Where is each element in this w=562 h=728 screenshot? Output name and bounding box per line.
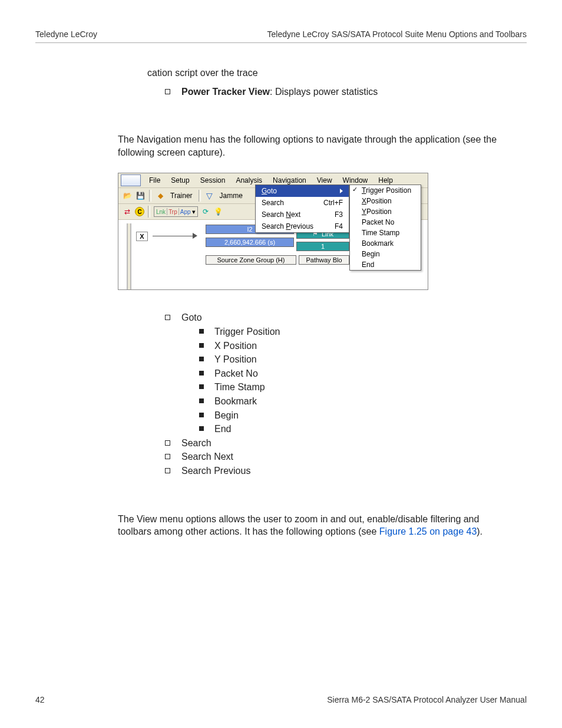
power-tracker-desc: : Displays power statistics [270,87,378,97]
li-search-next: Search Next [165,450,503,463]
view-paragraph: The View menu options allows the user to… [118,513,503,538]
c-circle-icon[interactable]: C [135,207,144,216]
li-trigger: Trigger Position [199,325,503,338]
goto-begin[interactable]: Begin [350,249,421,259]
navigation-paragraph: The Navigation menu has the following op… [118,133,503,159]
goto-packet[interactable]: Packet No [350,217,421,228]
cell-szg[interactable]: Source Zone Group (H) [206,255,296,265]
li-end: End [199,423,503,436]
li-goto: Goto Trigger Position X Position Y Posit… [165,311,503,435]
li-x: X Position [199,340,503,353]
li-bookmark: Bookmark [199,395,503,408]
app-screenshot: File Setup Session Analysis Navigation V… [118,173,428,290]
vertical-rule [127,223,131,289]
goto-timestamp[interactable]: Time Stamp [350,228,421,238]
nav-search[interactable]: Search Ctrl+F [256,197,349,209]
top-fragment-line: cation script over the trace [147,67,503,80]
goto-trigger[interactable]: Trigger Position [350,185,421,196]
bulb-icon[interactable]: 💡 [213,206,224,217]
goto-end[interactable]: End [350,259,421,270]
layer-dropdown-icon[interactable]: ▾ [192,208,196,216]
app-tab[interactable]: App [180,209,191,215]
v-icon[interactable]: ▽ [204,190,215,201]
x-cursor-icon[interactable]: X [136,232,148,241]
page-number: 42 [35,695,45,704]
li-search: Search [165,437,503,450]
refresh-icon[interactable]: ⟳ [200,206,211,217]
header-right: Teledyne LeCroy SAS/SATA Protocol Suite … [267,29,527,39]
connect-icon[interactable]: ⇄ [122,206,133,217]
navigation-dropdown: Goto Search Ctrl+F Search Next F3 Search… [255,185,349,233]
menu-session[interactable]: Session [196,175,230,186]
li-search-prev: Search Previous [165,465,503,477]
arrow-icon [153,232,197,240]
submenu-arrow-icon [340,189,343,193]
goto-bookmark[interactable]: Bookmark [350,238,421,249]
li-y: Y Position [199,353,503,366]
nav-bullet-list: Goto Trigger Position X Position Y Posit… [165,311,503,477]
nav-goto[interactable]: Goto [256,185,349,197]
goto-y[interactable]: Y Position [350,206,421,217]
save-icon[interactable]: 💾 [135,190,146,201]
li-timestamp: Time Stamp [199,381,503,394]
nav-search-prev[interactable]: Search Previous F4 [256,220,349,232]
power-tracker-label: Power Tracker View [181,87,270,97]
trainer-button[interactable]: Trainer [168,192,195,200]
menu-file[interactable]: File [144,175,165,186]
jammer-button[interactable]: Jamme [217,192,245,200]
page-header: Teledyne LeCroy Teledyne LeCroy SAS/SATA… [35,29,527,43]
nav-search-next[interactable]: Search Next F3 [256,209,349,220]
cell-time[interactable]: 2,660,942.666 (s) [206,238,294,247]
goto-x[interactable]: X Position [350,196,421,206]
goto-submenu: Trigger Position X Position Y Position P… [349,185,421,271]
header-left: Teledyne LeCroy [35,29,97,39]
power-tracker-bullet: Power Tracker View: Displays power stati… [165,85,503,98]
open-icon[interactable]: 📂 [122,190,133,201]
cell-one[interactable]: 1 [296,242,349,251]
trp-tab[interactable]: Trp [168,209,177,215]
lnk-tab[interactable]: Lnk [156,209,166,215]
menu-setup[interactable]: Setup [166,175,194,186]
figure-link[interactable]: Figure 1.25 on page 43 [379,526,477,536]
footer-title: Sierra M6-2 SAS/SATA Protocol Analyzer U… [327,695,527,704]
app-icon [121,174,141,186]
goto-sublist: Trigger Position X Position Y Position P… [199,325,503,436]
li-begin: Begin [199,409,503,422]
page-footer: 42 Sierra M6-2 SAS/SATA Protocol Analyze… [35,695,527,704]
diamond-icon[interactable]: ◆ [155,190,166,201]
li-packet: Packet No [199,367,503,380]
cell-pb[interactable]: Pathway Blo [299,255,349,265]
layer-selector[interactable]: Lnk Trp App ▾ [154,206,198,217]
